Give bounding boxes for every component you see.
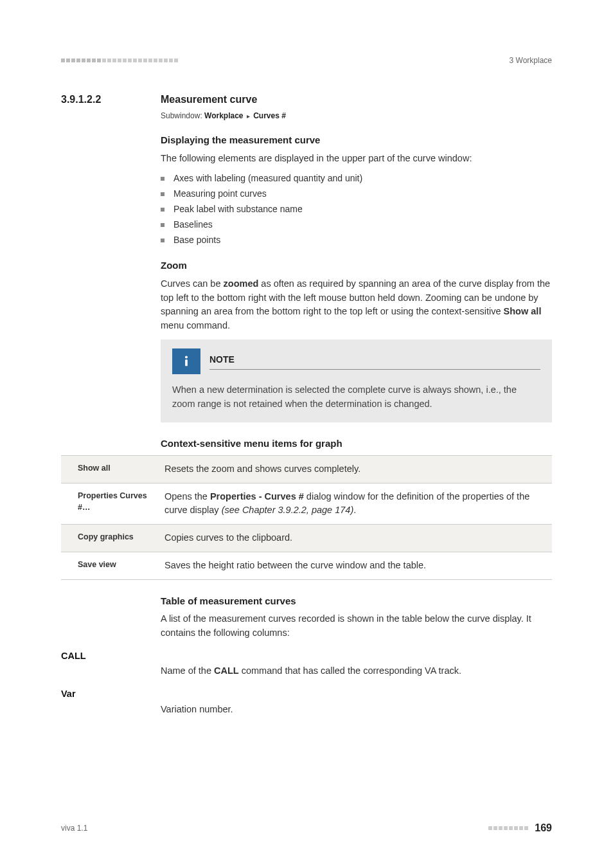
list-item: Peak label with substance name [161,203,552,216]
menu-item-name: Save view [61,552,161,579]
bullet-icon [161,208,164,212]
display-bullets: Axes with labeling (measured quantity an… [161,172,552,247]
menu-item-desc: Saves the height ratio between the curve… [161,552,552,579]
subwindow-path2: Curves # [253,111,286,120]
heading-context: Context-sensitive menu items for graph [161,437,552,451]
list-item: Baselines [161,218,552,231]
footer-decoration: 169 [488,820,552,836]
heading-display: Displaying the measurement curve [161,133,552,148]
menu-item-desc: Copies curves to the clipboard. [161,525,552,552]
subwindow-label: Subwindow [161,111,204,120]
bullet-icon [161,223,164,227]
table-row: Copy graphics Copies curves to the clipb… [61,525,552,552]
heading-zoom: Zoom [161,258,552,273]
svg-rect-1 [185,359,188,366]
table-row: Save view Saves the height ratio between… [61,552,552,579]
display-intro: The following elements are displayed in … [161,152,552,166]
list-item: Measuring point curves [161,187,552,201]
section-number: 3.9.1.2.2 [61,92,161,107]
note-callout: NOTE When a new determination is selecte… [161,339,552,423]
menu-item-name: Copy graphics [61,525,161,552]
heading-table-curves: Table of measurement curves [161,594,552,609]
table-curves-intro: A list of the measurement curves recorde… [161,612,552,640]
table-row: Properties Curves #… Opens the Propertie… [61,483,552,525]
context-menu-table: Show all Resets the zoom and shows curve… [61,455,552,580]
header-right: 3 Workplace [510,55,552,66]
call-desc: Name of the CALL command that has called… [161,664,552,678]
page-footer: viva 1.1 169 [61,820,552,836]
header-decoration [61,59,178,62]
svg-point-0 [185,356,188,358]
subwindow-path1: Workplace [204,111,243,120]
list-item: Base points [161,233,552,247]
subwindow-path: Subwindow Workplace ▸ Curves # [161,110,552,122]
menu-item-desc: Resets the zoom and shows curves complet… [161,455,552,483]
section-title: Measurement curve [161,92,257,107]
section-heading: 3.9.1.2.2 Measurement curve [61,92,552,107]
page-number: 169 [535,820,552,836]
list-item: Axes with labeling (measured quantity an… [161,172,552,185]
menu-item-desc: Opens the Properties - Curves # dialog w… [161,483,552,525]
term-var: Var [61,687,552,701]
page-header: 3 Workplace [61,55,552,66]
note-title: NOTE [209,353,540,366]
footer-left: viva 1.1 [61,822,87,834]
menu-item-name: Show all [61,455,161,483]
note-body: When a new determination is selected the… [172,383,540,411]
bullet-icon [161,239,164,242]
bullet-icon [161,177,164,181]
var-desc: Variation number. [161,703,552,717]
term-call: CALL [61,649,552,664]
menu-item-name: Properties Curves #… [61,483,161,525]
zoom-paragraph: Curves can be zoomed as often as require… [161,277,552,333]
info-icon [172,348,200,374]
triangle-icon: ▸ [247,113,250,120]
bullet-icon [161,192,164,196]
table-row: Show all Resets the zoom and shows curve… [61,455,552,483]
note-divider [209,369,540,370]
